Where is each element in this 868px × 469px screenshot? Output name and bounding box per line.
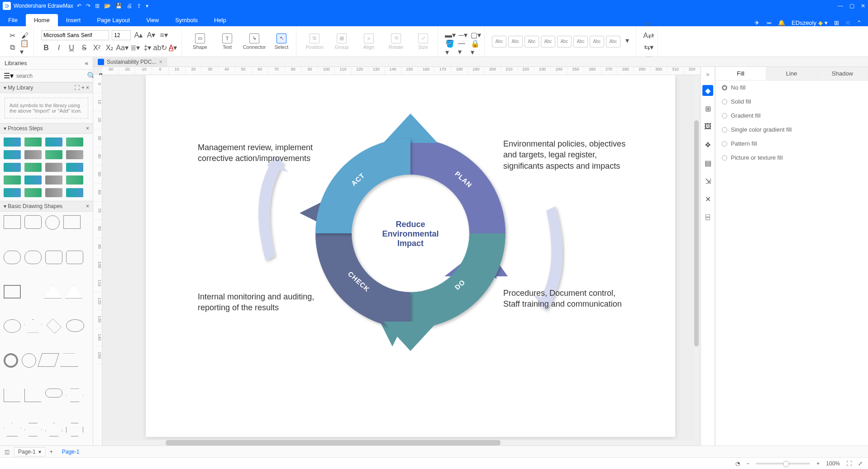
expand-rpanel-icon[interactable]: » <box>706 71 710 78</box>
rtab-line[interactable]: Line <box>766 67 817 80</box>
style-preset-4[interactable]: Abc <box>541 36 555 47</box>
basic-shape-pentagon[interactable] <box>24 319 42 333</box>
arrange-icon[interactable]: ⇆▾ <box>644 43 653 52</box>
bullets-icon[interactable]: ≣▾ <box>130 43 140 53</box>
process-shape[interactable] <box>66 175 83 185</box>
fill-option-solid[interactable]: Solid fill <box>715 95 868 109</box>
vertical-scrollbar[interactable] <box>694 75 699 445</box>
menu-view[interactable]: View <box>138 14 167 26</box>
zoom-slider[interactable] <box>756 463 810 464</box>
mylib-add-icon[interactable]: + <box>81 85 85 91</box>
process-shape[interactable] <box>4 137 21 147</box>
style-preset-2[interactable]: Abc <box>508 36 523 47</box>
basic-close-icon[interactable]: × <box>86 203 89 209</box>
bold-icon[interactable]: B <box>41 43 51 53</box>
line-dropdown-icon[interactable]: ─▾ <box>458 30 468 40</box>
basic-shape-roundrect[interactable] <box>24 215 42 229</box>
basic-shape-donut[interactable] <box>4 353 18 368</box>
basic-shape-circle[interactable] <box>45 215 60 230</box>
basic-shape-trapezoid[interactable] <box>61 353 78 367</box>
process-shape[interactable] <box>4 150 21 159</box>
basic-shape-frame[interactable] <box>4 285 21 298</box>
maximize-icon[interactable]: ▢ <box>849 3 854 9</box>
increase-font-icon[interactable]: A▴ <box>134 30 143 40</box>
strike-icon[interactable]: S̶ <box>79 43 89 53</box>
basic-shape-rect[interactable] <box>4 215 21 229</box>
doc-close-icon[interactable]: × <box>159 59 162 65</box>
menu-symbols[interactable]: Symbols <box>167 14 206 26</box>
basic-shape-pentagon2[interactable] <box>4 423 21 436</box>
group-tool[interactable]: ▦Group <box>331 33 353 50</box>
save-icon[interactable]: 💾 <box>115 3 122 9</box>
basic-shape-rounded2[interactable] <box>66 251 83 264</box>
text-tool[interactable]: TText <box>216 33 238 50</box>
close-icon[interactable]: ✕ <box>861 3 865 9</box>
position-tool[interactable]: ⧉Position <box>304 33 325 50</box>
basic-shape-square[interactable] <box>63 215 81 229</box>
prop-image-icon[interactable]: 🖼 <box>702 121 713 132</box>
process-shape[interactable] <box>4 163 21 172</box>
style-preset-3[interactable]: Abc <box>525 36 539 47</box>
line-spacing-icon[interactable]: ‡▾ <box>143 43 153 53</box>
font-family-combo[interactable] <box>41 30 109 40</box>
process-close-icon[interactable]: × <box>86 125 89 132</box>
quick-format-icon[interactable]: ▭ <box>644 19 653 29</box>
qat-more-icon[interactable]: ▾ <box>146 3 148 9</box>
connector-tool[interactable]: ↳Connector <box>243 33 265 50</box>
minimize-icon[interactable]: — <box>838 3 843 9</box>
text-rotate-icon[interactable]: ab↻ <box>155 43 165 53</box>
basic-shape-blob[interactable] <box>4 319 21 333</box>
collapse-libraries-icon[interactable]: « <box>85 60 88 66</box>
open-icon[interactable]: 📂 <box>104 3 111 9</box>
basic-shape-hexagon[interactable] <box>24 423 42 436</box>
prop-layers-icon[interactable]: ❖ <box>702 139 713 150</box>
style-preset-8[interactable]: Abc <box>606 36 620 47</box>
collapse-ribbon-icon[interactable]: ⌃ <box>857 19 862 26</box>
horizontal-scrollbar[interactable] <box>102 440 694 445</box>
process-shape[interactable] <box>66 188 83 197</box>
size-tool[interactable]: ⤢Size <box>412 33 434 50</box>
copy-icon[interactable]: ⧉ <box>7 43 17 52</box>
basic-shape-capsule[interactable] <box>4 251 21 264</box>
mylib-title[interactable]: My Library <box>8 85 33 91</box>
shape-tool[interactable]: ▭Shape <box>189 33 211 50</box>
layout-icon[interactable]: ⊞ <box>834 19 839 26</box>
case-icon[interactable]: Aa▾ <box>117 43 127 53</box>
fill-option-gradient[interactable]: Gradient fill <box>715 109 868 123</box>
fill-option-picture[interactable]: Picture or texture fill <box>715 151 868 165</box>
process-shape[interactable] <box>45 188 62 197</box>
process-shape[interactable] <box>45 175 62 185</box>
basic-shape-triangle[interactable] <box>24 285 41 298</box>
lock-icon[interactable]: 🔒▾ <box>471 43 481 53</box>
decrease-font-icon[interactable]: A▾ <box>146 30 156 40</box>
notification-icon[interactable]: 🔔 <box>778 19 785 26</box>
add-page-button[interactable]: + <box>50 449 53 455</box>
find-replace-icon[interactable]: A⇄ <box>644 31 653 41</box>
shadow-dropdown-icon[interactable]: ▢▾ <box>471 30 481 40</box>
prop-comment-icon[interactable]: ⌸ <box>702 212 713 223</box>
basic-shape-octagon[interactable] <box>66 423 83 436</box>
prop-fill-icon[interactable]: ◆ <box>702 85 713 96</box>
export-icon[interactable]: ⇪ <box>137 3 141 9</box>
zoom-in-icon[interactable]: + <box>816 460 820 467</box>
align-tool[interactable]: ≡Align <box>358 33 380 50</box>
basic-shape-diamond[interactable] <box>46 318 62 334</box>
subscript-icon[interactable]: X₂ <box>105 43 114 53</box>
fill-option-pattern[interactable]: Pattern fill <box>715 137 868 151</box>
process-shape[interactable] <box>24 175 42 185</box>
style-more-icon[interactable]: ▾ <box>622 36 632 46</box>
send-icon[interactable]: ✈ <box>754 19 759 26</box>
fill-color-icon[interactable]: 🪣▾ <box>445 43 455 53</box>
zoom-out-icon[interactable]: − <box>746 460 749 467</box>
fit-page-icon[interactable]: ⛶ <box>846 460 852 467</box>
mylib-expand-icon[interactable]: ⛶ <box>74 85 80 91</box>
align-text-icon[interactable]: ≡▾ <box>159 30 169 40</box>
process-shape[interactable] <box>45 150 62 159</box>
line-style-icon[interactable]: —▾ <box>458 43 468 53</box>
canvas[interactable]: Reduce Environmental Impact PLAN DO CHEC… <box>102 75 701 445</box>
prop-shuffle-icon[interactable]: ✕ <box>702 194 713 204</box>
basic-shape-triangle3[interactable] <box>65 285 82 298</box>
basic-shape-pill[interactable] <box>24 251 42 264</box>
process-shape[interactable] <box>4 175 21 185</box>
page-selector[interactable]: Page-1▾ <box>14 447 45 456</box>
